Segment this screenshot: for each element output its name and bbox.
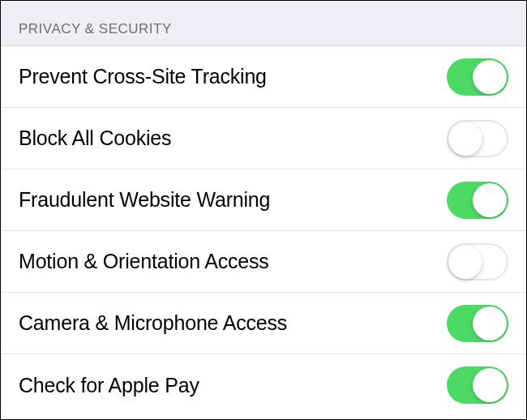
section-header-privacy-security: PRIVACY & SECURITY [1, 1, 526, 46]
row-label: Camera & Microphone Access [19, 311, 287, 335]
row-label: Check for Apple Pay [19, 374, 199, 397]
toggle-camera-microphone-access[interactable] [447, 305, 508, 342]
toggle-knob [448, 122, 482, 156]
toggle-motion-orientation-access[interactable] [447, 243, 508, 281]
row-label: Prevent Cross-Site Tracking [19, 65, 267, 88]
row-check-for-apple-pay: Check for Apple Pay [1, 354, 526, 416]
row-motion-orientation-access: Motion & Orientation Access [1, 231, 526, 293]
row-label: Motion & Orientation Access [19, 250, 269, 273]
toggle-prevent-cross-site-tracking[interactable] [447, 58, 508, 96]
row-label: Block All Cookies [19, 126, 171, 150]
row-camera-microphone-access: Camera & Microphone Access [1, 293, 526, 354]
toggle-knob [473, 306, 507, 341]
section-title: PRIVACY & SECURITY [19, 21, 172, 36]
toggle-fraudulent-website-warning[interactable] [447, 182, 508, 219]
row-fraudulent-website-warning: Fraudulent Website Warning [1, 169, 526, 231]
toggle-knob [473, 183, 507, 217]
toggle-block-all-cookies[interactable] [447, 120, 508, 157]
toggle-knob [473, 368, 507, 402]
toggle-knob [448, 245, 482, 279]
row-prevent-cross-site-tracking: Prevent Cross-Site Tracking [1, 46, 526, 108]
row-label: Fraudulent Website Warning [19, 188, 270, 212]
settings-list: Prevent Cross-Site Tracking Block All Co… [1, 46, 526, 416]
row-block-all-cookies: Block All Cookies [1, 108, 526, 169]
toggle-check-for-apple-pay[interactable] [447, 366, 508, 404]
toggle-knob [473, 60, 507, 94]
